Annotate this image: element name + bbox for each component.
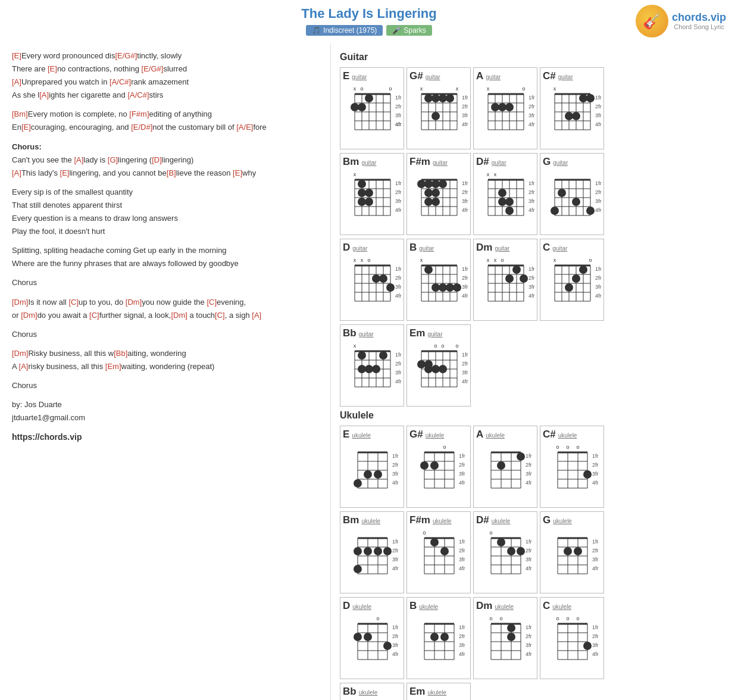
chord-A-c2[interactable]: [A] (12, 168, 21, 177)
svg-point-99 (358, 198, 366, 206)
chord-A-c1[interactable]: [A] (74, 155, 83, 164)
svg-text:2fr: 2fr (595, 104, 602, 110)
chord-Em-v6-1[interactable]: [Em] (105, 362, 121, 371)
guitar-row-2: Bm guitar x (340, 153, 732, 235)
chord-E-2[interactable]: [E] (48, 64, 57, 73)
chorus-word-1: Chorus (12, 276, 318, 289)
svg-text:4fr: 4fr (462, 207, 468, 213)
chord-EG2[interactable]: [E/G#] (142, 64, 164, 73)
svg-text:1fr: 1fr (392, 539, 399, 545)
svg-point-405 (517, 547, 525, 555)
svg-point-244 (579, 265, 587, 274)
chord-card-G#-guitar: G# guitar x x (406, 67, 471, 149)
svg-text:1fr: 1fr (529, 180, 535, 186)
ukulele-row-2: Bm ukulele (340, 511, 732, 593)
svg-text:o: o (499, 615, 502, 621)
svg-text:1fr: 1fr (462, 180, 468, 186)
svg-point-304 (364, 470, 372, 479)
chorus-label-1: Chorus: (12, 142, 42, 151)
svg-text:o: o (389, 86, 392, 92)
verse-3: Every sip is of the smallest quantity Th… (12, 186, 318, 238)
svg-text:3fr: 3fr (529, 284, 535, 290)
svg-text:x: x (361, 257, 364, 263)
C-ukulele-diagram: o o o 1fr 2fr (543, 613, 602, 676)
chord-A-1[interactable]: [A] (12, 77, 21, 86)
chord-Dm-v5-3[interactable]: [Dm] (21, 311, 37, 320)
svg-text:o: o (589, 257, 592, 263)
chord-card-C-guitar: C guitar x o (540, 239, 604, 321)
chord-Dm-v5-1[interactable]: [Dm] (12, 298, 28, 307)
chord-card-Bb-ukulele: Bb ukulele (340, 683, 404, 700)
svg-text:x: x (487, 171, 490, 177)
svg-text:4fr: 4fr (392, 651, 399, 657)
svg-text:x: x (354, 86, 357, 92)
A-guitar-diagram: x o (476, 83, 536, 146)
chord-card-C#-guitar: C# guitar x (540, 67, 604, 149)
svg-point-123 (431, 198, 440, 206)
chord-card-A-ukulele: A ukulele 1 (473, 426, 537, 508)
album-icon: 🎵 (312, 26, 321, 35)
svg-text:o: o (367, 257, 370, 263)
chord-Fm-1[interactable]: [F#m] (129, 110, 149, 118)
chord-C-v5-3[interactable]: [C] (89, 311, 99, 320)
chord-EG[interactable]: [E/G#] (115, 51, 137, 60)
svg-text:2fr: 2fr (462, 361, 468, 367)
chord-Bm-1[interactable]: [Bm] (12, 110, 28, 118)
album-badge[interactable]: 🎵 Indiscreet (1975) (306, 25, 383, 36)
E-guitar-diagram: x o o (343, 83, 402, 146)
logo-subtitle: Chord Song Lyric (672, 23, 726, 30)
chord-E-1[interactable]: [E] (12, 51, 21, 60)
chord-Bb-v6-1[interactable]: [Bb] (114, 349, 127, 358)
Em-guitar-diagram: o o o (409, 340, 469, 403)
website-link[interactable]: https://chords.vip (12, 432, 82, 442)
chord-Dm-v5-4[interactable]: [Dm] (171, 311, 187, 320)
svg-point-368 (354, 547, 362, 555)
Bm-ukulele-diagram: 1fr 2fr 3fr 4fr (343, 527, 402, 590)
chord-AC2[interactable]: [A/C#] (127, 90, 149, 99)
chord-D-c1[interactable]: [D] (152, 155, 162, 164)
svg-text:1fr: 1fr (392, 453, 399, 459)
svg-text:3fr: 3fr (595, 284, 602, 290)
by-label: by: Jos Duarte (12, 400, 62, 409)
svg-text:3fr: 3fr (459, 471, 465, 477)
svg-text:x: x (420, 257, 423, 263)
svg-point-58 (498, 103, 506, 111)
svg-text:1fr: 1fr (395, 95, 402, 101)
svg-text:o: o (376, 615, 379, 621)
svg-text:3fr: 3fr (392, 471, 399, 477)
chord-E-c2[interactable]: [E] (233, 168, 242, 177)
verse-5: [Dm]Is it now all [C]up to you, do [Dm]y… (12, 296, 318, 322)
logo: 🎸 chords.vip Chord Song Lyric (636, 5, 726, 38)
svg-text:o: o (566, 615, 569, 621)
svg-text:o: o (576, 615, 579, 621)
svg-point-143 (498, 198, 506, 206)
chord-B-c1[interactable]: [B] (167, 168, 176, 177)
chord-C-v5-1[interactable]: [C] (68, 298, 79, 307)
chord-G-c1[interactable]: [G] (108, 155, 118, 164)
chord-C-v5-4[interactable]: [C] (215, 311, 225, 320)
chord-Dm-v5-2[interactable]: [Dm] (126, 298, 142, 307)
chord-card-Bb-guitar: Bb guitar x (340, 324, 404, 407)
chord-Dm-v6-1[interactable]: [Dm] (12, 349, 28, 358)
svg-text:4fr: 4fr (526, 480, 532, 486)
svg-text:x: x (554, 86, 556, 92)
svg-text:x: x (420, 86, 423, 92)
chord-A-v5-1[interactable]: [A] (252, 311, 261, 320)
svg-text:2fr: 2fr (395, 275, 402, 281)
chord-C-v5-2[interactable]: [C] (207, 298, 217, 307)
chord-ED1[interactable]: [E/D#] (131, 123, 152, 132)
svg-point-321 (420, 461, 429, 470)
artist-badge[interactable]: 🎤 Sparks (386, 25, 431, 36)
svg-text:3fr: 3fr (529, 198, 535, 204)
chord-A-v6-1[interactable]: [A] (19, 362, 29, 371)
verse-2: [Bm]Every motion is complete, no [F#m]ed… (12, 108, 318, 134)
chord-E-c1[interactable]: [E] (60, 168, 70, 177)
chord-AE1[interactable]: [A/E] (236, 123, 253, 132)
svg-point-419 (564, 547, 572, 555)
chord-A-2[interactable]: [A] (39, 90, 49, 99)
ukulele-section-header: Ukulele (340, 410, 732, 421)
chord-AC1[interactable]: [A/C#] (110, 77, 131, 86)
chord-E-3[interactable]: [E] (21, 123, 31, 132)
Dm-guitar-diagram: x x o (476, 255, 536, 317)
G#-guitar-diagram: x x (409, 83, 469, 146)
